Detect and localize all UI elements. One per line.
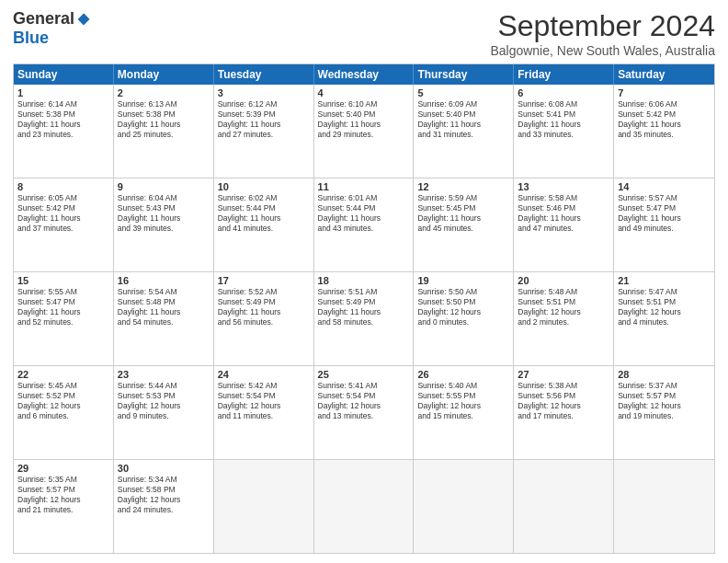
sunset-line: Sunset: 5:43 PM — [118, 203, 210, 213]
daylight-line1: Daylight: 11 hours — [417, 213, 509, 224]
calendar-cell: 7Sunrise: 6:06 AMSunset: 5:42 PMDaylight… — [614, 85, 714, 178]
sunset-line: Sunset: 5:47 PM — [618, 203, 711, 213]
sunset-line: Sunset: 5:44 PM — [218, 203, 310, 213]
daylight-line1: Daylight: 12 hours — [618, 401, 711, 411]
daylight-line1: Daylight: 12 hours — [118, 495, 210, 505]
calendar-cell: 26Sunrise: 5:40 AMSunset: 5:55 PMDayligh… — [414, 366, 514, 459]
daylight-line1: Daylight: 12 hours — [17, 495, 109, 505]
sunrise-line: Sunrise: 6:14 AM — [17, 99, 109, 109]
cal-header-day: Thursday — [414, 64, 514, 85]
calendar-cell — [614, 460, 714, 553]
page: General Blue September 2024 Balgownie, N… — [0, 0, 728, 563]
daylight-line2: and 6 minutes. — [17, 411, 109, 421]
daylight-line2: and 33 minutes. — [518, 130, 609, 140]
daylight-line2: and 23 minutes. — [17, 130, 109, 140]
sunset-line: Sunset: 5:57 PM — [618, 391, 711, 401]
sunrise-line: Sunrise: 5:42 AM — [218, 381, 310, 391]
calendar-cell: 20Sunrise: 5:48 AMSunset: 5:51 PMDayligh… — [514, 272, 614, 365]
sunset-line: Sunset: 5:58 PM — [118, 485, 210, 495]
calendar-cell: 12Sunrise: 5:59 AMSunset: 5:45 PMDayligh… — [414, 178, 514, 271]
calendar-cell: 3Sunrise: 6:12 AMSunset: 5:39 PMDaylight… — [214, 85, 314, 178]
daylight-line2: and 2 minutes. — [518, 317, 609, 327]
sunset-line: Sunset: 5:44 PM — [318, 203, 410, 213]
sunrise-line: Sunrise: 5:47 AM — [618, 287, 711, 297]
daylight-line1: Daylight: 11 hours — [518, 213, 609, 224]
title-block: September 2024 Balgownie, New South Wale… — [490, 9, 715, 58]
logo: General Blue — [13, 9, 91, 48]
sunset-line: Sunset: 5:39 PM — [218, 109, 310, 120]
sunset-line: Sunset: 5:41 PM — [518, 109, 609, 120]
daylight-line2: and 41 minutes. — [218, 224, 310, 234]
day-number: 12 — [417, 181, 509, 192]
calendar-cell: 6Sunrise: 6:08 AMSunset: 5:41 PMDaylight… — [514, 85, 614, 178]
sunrise-line: Sunrise: 6:10 AM — [318, 99, 410, 109]
daylight-line2: and 9 minutes. — [118, 411, 210, 421]
daylight-line1: Daylight: 11 hours — [17, 213, 109, 224]
calendar-cell: 5Sunrise: 6:09 AMSunset: 5:40 PMDaylight… — [414, 85, 514, 178]
calendar-cell: 24Sunrise: 5:42 AMSunset: 5:54 PMDayligh… — [214, 366, 314, 459]
sunrise-line: Sunrise: 5:51 AM — [318, 287, 410, 297]
daylight-line1: Daylight: 12 hours — [118, 401, 210, 411]
daylight-line2: and 47 minutes. — [518, 224, 609, 234]
calendar-cell: 16Sunrise: 5:54 AMSunset: 5:48 PMDayligh… — [114, 272, 214, 365]
sunset-line: Sunset: 5:56 PM — [518, 391, 609, 401]
daylight-line2: and 4 minutes. — [618, 317, 711, 327]
calendar-cell: 25Sunrise: 5:41 AMSunset: 5:54 PMDayligh… — [314, 366, 415, 459]
sunrise-line: Sunrise: 6:08 AM — [518, 99, 609, 109]
day-number: 5 — [417, 87, 509, 98]
day-number: 24 — [218, 369, 310, 380]
day-number: 16 — [118, 275, 210, 286]
day-number: 23 — [118, 369, 210, 380]
daylight-line2: and 35 minutes. — [618, 130, 711, 140]
day-number: 4 — [318, 87, 410, 98]
sunset-line: Sunset: 5:51 PM — [618, 297, 711, 307]
day-number: 9 — [118, 181, 210, 192]
daylight-line2: and 39 minutes. — [118, 224, 210, 234]
daylight-line1: Daylight: 11 hours — [118, 120, 210, 130]
daylight-line1: Daylight: 11 hours — [417, 120, 509, 130]
daylight-line1: Daylight: 11 hours — [118, 213, 210, 224]
daylight-line2: and 43 minutes. — [318, 224, 410, 234]
daylight-line2: and 24 minutes. — [118, 505, 210, 515]
day-number: 3 — [218, 87, 310, 98]
daylight-line2: and 21 minutes. — [17, 505, 109, 515]
daylight-line1: Daylight: 12 hours — [417, 307, 509, 317]
daylight-line2: and 31 minutes. — [417, 130, 509, 140]
sunset-line: Sunset: 5:52 PM — [17, 391, 109, 401]
sunset-line: Sunset: 5:57 PM — [17, 485, 109, 495]
day-number: 29 — [17, 463, 109, 474]
sunrise-line: Sunrise: 5:59 AM — [417, 193, 509, 203]
calendar-cell: 10Sunrise: 6:02 AMSunset: 5:44 PMDayligh… — [214, 178, 314, 271]
sunrise-line: Sunrise: 5:45 AM — [17, 381, 109, 391]
sunset-line: Sunset: 5:49 PM — [218, 297, 310, 307]
calendar-row: 1Sunrise: 6:14 AMSunset: 5:38 PMDaylight… — [14, 85, 714, 178]
subtitle: Balgownie, New South Wales, Australia — [490, 43, 715, 58]
daylight-line2: and 37 minutes. — [17, 224, 109, 234]
sunrise-line: Sunrise: 6:06 AM — [618, 99, 711, 109]
daylight-line1: Daylight: 12 hours — [518, 401, 609, 411]
sunrise-line: Sunrise: 5:35 AM — [17, 475, 109, 485]
sunrise-line: Sunrise: 5:55 AM — [17, 287, 109, 297]
logo-blue: Blue — [13, 29, 49, 48]
sunset-line: Sunset: 5:42 PM — [17, 203, 109, 213]
day-number: 20 — [518, 275, 609, 286]
daylight-line1: Daylight: 12 hours — [17, 401, 109, 411]
calendar-row: 29Sunrise: 5:35 AMSunset: 5:57 PMDayligh… — [14, 460, 714, 553]
sunset-line: Sunset: 5:55 PM — [417, 391, 509, 401]
daylight-line1: Daylight: 11 hours — [318, 120, 410, 130]
calendar-row: 8Sunrise: 6:05 AMSunset: 5:42 PMDaylight… — [14, 178, 714, 272]
calendar-cell — [214, 460, 314, 553]
header: General Blue September 2024 Balgownie, N… — [13, 9, 715, 58]
sunset-line: Sunset: 5:49 PM — [318, 297, 410, 307]
day-number: 8 — [17, 181, 109, 192]
cal-header-day: Saturday — [614, 64, 714, 85]
calendar: SundayMondayTuesdayWednesdayThursdayFrid… — [13, 63, 715, 554]
daylight-line1: Daylight: 11 hours — [17, 120, 109, 130]
sunset-line: Sunset: 5:47 PM — [17, 297, 109, 307]
month-title: September 2024 — [490, 9, 715, 43]
logo-general: General — [13, 9, 74, 29]
daylight-line1: Daylight: 11 hours — [318, 307, 410, 317]
sunset-line: Sunset: 5:45 PM — [417, 203, 509, 213]
sunrise-line: Sunrise: 5:50 AM — [417, 287, 509, 297]
day-number: 26 — [417, 369, 509, 380]
